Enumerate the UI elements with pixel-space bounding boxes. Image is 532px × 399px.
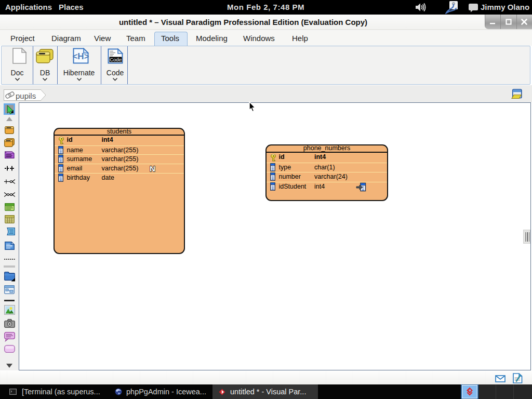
svg-text:<H>: <H> [73,51,89,61]
svg-text:N: N [150,164,155,172]
svg-text:Code: Code [110,57,122,62]
